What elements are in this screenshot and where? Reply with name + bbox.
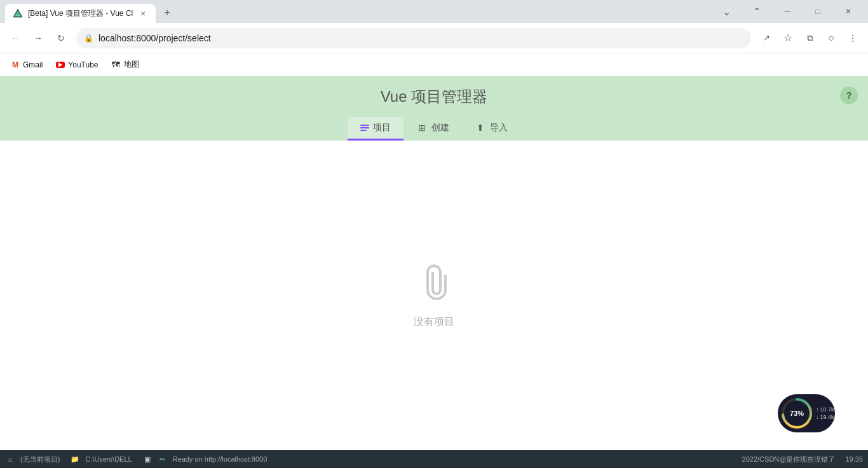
share-button[interactable]: ↗ <box>756 28 776 48</box>
bookmark-youtube-label: YouTube <box>68 60 98 69</box>
star-icon: ☆ <box>783 32 792 44</box>
status-right: 2022/CSDN@是你现在没错了 19:35 <box>742 455 863 464</box>
back-button[interactable]: ← <box>5 28 25 48</box>
status-bar: ⌂ (无当前项目) 📁 C:\Users\DELL ▣ ✏ Ready on h… <box>0 450 868 468</box>
terminal-icon: ▣ <box>142 454 153 464</box>
cpu-percent: 73% <box>790 410 804 417</box>
extensions-button[interactable]: ⧉ <box>799 28 820 48</box>
empty-state-icon <box>419 262 449 305</box>
upload-arrow: ↑ <box>816 406 819 413</box>
active-tab[interactable]: [Beta] Vue 项目管理器 - Vue Cl ✕ <box>5 4 156 23</box>
profile-button[interactable]: ○ <box>821 28 841 48</box>
home-icon: ⌂ <box>5 454 15 464</box>
profile-icon: ○ <box>828 32 834 44</box>
nav-actions: ↗ ☆ ⧉ ○ ⋮ <box>756 28 863 48</box>
network-speeds: ↑ 10.7k/s ↓ 19.4k/s <box>816 406 835 420</box>
maximize-button[interactable]: □ <box>803 2 832 21</box>
cpu-circle: 73% <box>780 396 814 430</box>
empty-text: 没有项目 <box>414 315 454 329</box>
menu-button[interactable]: ⋮ <box>843 28 863 48</box>
minimize-button[interactable]: ─ <box>773 2 802 21</box>
close-button[interactable]: ✕ <box>834 2 863 21</box>
maps-icon: 🗺 <box>111 60 121 70</box>
address-bar[interactable]: 🔒 localhost:8000/project/select <box>76 28 751 48</box>
import-icon: ⬆ <box>475 122 486 134</box>
bookmark-button[interactable]: ☆ <box>778 28 798 48</box>
title-bar: [Beta] Vue 项目管理器 - Vue Cl ✕ + ⌄ ⌄ ─ □ ✕ <box>0 0 868 23</box>
youtube-icon <box>55 60 65 70</box>
tab-create-label: 创建 <box>431 122 449 134</box>
forward-button[interactable]: → <box>28 28 48 48</box>
tab-create[interactable]: ⊞ 创建 <box>403 117 462 141</box>
bookmark-gmail-label: Gmail <box>23 60 43 69</box>
tab-favicon <box>13 8 23 18</box>
url-text: localhost:8000/project/select <box>98 33 743 43</box>
ready-text: Ready on http://localhost:8000 <box>173 455 268 463</box>
download-speed: ↓ 19.4k/s <box>816 414 835 420</box>
window-controls: ⌄ ⌄ ─ □ ✕ <box>712 2 863 21</box>
download-arrow: ↓ <box>816 414 819 420</box>
bookmark-maps-label: 地图 <box>124 59 139 70</box>
create-icon: ⊞ <box>416 122 428 134</box>
pencil-icon: ✏ <box>158 454 168 464</box>
help-button[interactable]: ? <box>840 86 858 104</box>
app-content: Vue 项目管理器 ? 项目 ⊞ 创建 <box>0 76 868 450</box>
app-header: Vue 项目管理器 ? 项目 ⊞ 创建 <box>0 76 868 141</box>
tab-import[interactable]: ⬆ 导入 <box>462 117 520 141</box>
tab-bar: [Beta] Vue 项目管理器 - Vue Cl ✕ + <box>5 0 176 23</box>
app-title: Vue 项目管理器 <box>381 86 487 107</box>
lock-icon: 🔒 <box>84 34 93 43</box>
tab-import-label: 导入 <box>490 122 508 134</box>
help-icon: ? <box>846 90 852 100</box>
new-tab-button[interactable]: + <box>158 4 176 22</box>
navigation-bar: ← → ↻ 🔒 localhost:8000/project/select ↗ … <box>0 23 868 53</box>
right-info-text: 2022/CSDN@是你现在没错了 <box>742 455 836 464</box>
tab-projects-label: 项目 <box>373 122 391 134</box>
folder-icon: 📁 <box>70 454 80 464</box>
bookmarks-bar: M Gmail YouTube 🗺 地图 <box>0 53 868 76</box>
chevron-right-icon: ⌄ <box>742 2 771 21</box>
upload-speed: ↑ 10.7k/s <box>816 406 835 413</box>
tab-close-button[interactable]: ✕ <box>138 8 148 18</box>
download-speed-text: 19.4k/s <box>820 414 836 420</box>
folder-path-text: C:\Users\DELL <box>85 455 132 463</box>
app-nav-tabs: 项目 ⊞ 创建 ⬆ 导入 <box>348 117 520 141</box>
bookmark-youtube[interactable]: YouTube <box>50 57 103 72</box>
upload-speed-text: 10.7k/s <box>820 406 836 413</box>
gmail-icon: M <box>10 60 20 70</box>
main-content: 没有项目 <box>0 141 868 450</box>
performance-widget: 73% ↑ 10.7k/s ↓ 19.4k/s <box>778 394 835 432</box>
current-project-text: (无当前项目) <box>20 455 60 464</box>
list-icon <box>360 125 369 131</box>
bookmark-gmail[interactable]: M Gmail <box>5 57 48 72</box>
bookmark-maps[interactable]: 🗺 地图 <box>106 57 144 72</box>
time-text: 19:35 <box>845 455 863 463</box>
refresh-button[interactable]: ↻ <box>51 28 71 48</box>
tab-projects[interactable]: 项目 <box>348 117 403 141</box>
chevron-left-icon: ⌄ <box>712 2 741 21</box>
tab-title: [Beta] Vue 项目管理器 - Vue Cl <box>28 8 133 19</box>
